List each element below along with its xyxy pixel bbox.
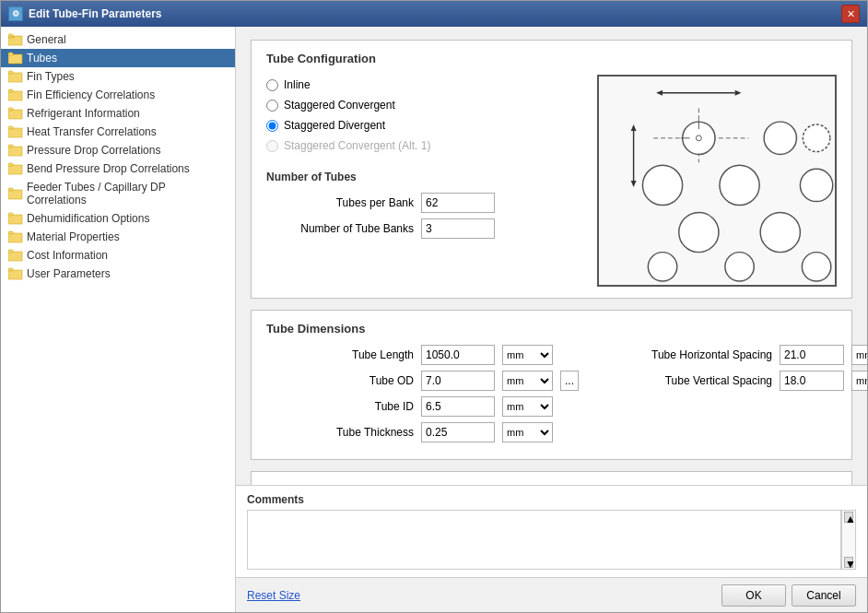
svg-point-45 (679, 212, 719, 252)
radio-staggered-convergent-alt-input (266, 140, 278, 152)
tube-config-row: Inline Staggered Convergent Staggered Di… (266, 75, 837, 287)
svg-rect-25 (8, 270, 22, 279)
tube-h-spacing-unit[interactable]: mmincm (851, 345, 867, 365)
ok-button[interactable]: OK (721, 584, 786, 607)
scroll-down-button[interactable]: ▼ (844, 557, 853, 568)
number-of-tube-banks-label: Number of Tube Banks (266, 222, 414, 235)
title-bar-left: ⚙ Edit Tube-Fin Parameters (8, 6, 161, 21)
tube-od-input[interactable] (421, 371, 495, 391)
tube-dimensions-title: Tube Dimensions (266, 322, 837, 336)
main-window: ⚙ Edit Tube-Fin Parameters ✕ General (0, 0, 868, 613)
tubes-per-bank-label: Tubes per Bank (266, 196, 414, 209)
svg-rect-20 (8, 213, 13, 216)
folder-icon (8, 249, 23, 262)
tubes-per-bank-input-row: Tubes per Bank (266, 193, 582, 213)
folder-icon (8, 144, 23, 157)
sidebar-label-user-params: User Parameters (27, 267, 111, 280)
tube-thickness-input[interactable] (421, 422, 495, 442)
svg-point-43 (720, 165, 759, 205)
tube-id-input[interactable] (421, 396, 495, 417)
svg-rect-4 (8, 53, 13, 55)
tube-dims-right: Tube Horizontal Spacing mmincm Tube Vert… (606, 345, 867, 448)
tube-id-unit[interactable]: mmincm (502, 396, 553, 417)
svg-point-48 (725, 253, 754, 281)
comments-section: Comments ▲ ▼ (236, 485, 867, 577)
radio-inline[interactable]: Inline (266, 78, 582, 91)
svg-rect-2 (8, 34, 13, 37)
tube-v-spacing-unit[interactable]: mmincm (851, 371, 867, 391)
reset-size-link[interactable]: Reset Size (247, 589, 300, 602)
tube-dims-row: Tube Length mmincm Tube OD (266, 345, 837, 448)
svg-point-41 (803, 124, 829, 151)
svg-point-42 (642, 165, 682, 205)
sidebar-item-general[interactable]: General (1, 30, 235, 49)
radio-staggered-divergent-input[interactable] (266, 120, 278, 132)
bottom-bar: Reset Size OK Cancel (236, 577, 867, 612)
svg-rect-19 (8, 215, 22, 224)
sidebar-label-dehumidification: Dehumidification Options (27, 212, 149, 225)
dialog-buttons: OK Cancel (721, 584, 856, 607)
sidebar-item-material[interactable]: Material Properties (1, 228, 235, 246)
sidebar-label-heat-transfer: Heat Transfer Correlations (27, 125, 157, 138)
sidebar-item-feeder-tubes[interactable]: Feeder Tubes / Capillary DP Correlations (1, 178, 235, 209)
tubes-per-bank-row: Tubes per Bank Number of Tube Banks (266, 193, 582, 239)
folder-icon (8, 212, 23, 225)
sidebar-item-refrigerant[interactable]: Refrigerant Information (1, 104, 235, 123)
tube-thickness-unit[interactable]: mmincm (502, 422, 553, 442)
sidebar-item-tubes[interactable]: Tubes (1, 49, 235, 67)
sidebar-item-dehumidification[interactable]: Dehumidification Options (1, 209, 235, 228)
radio-staggered-divergent[interactable]: Staggered Divergent (266, 119, 582, 132)
svg-rect-14 (8, 145, 13, 147)
radio-staggered-convergent[interactable]: Staggered Convergent (266, 99, 582, 112)
tube-id-label: Tube ID (266, 400, 414, 413)
tube-length-unit[interactable]: mmincm (502, 345, 553, 365)
number-of-tube-banks-input[interactable] (421, 218, 495, 239)
tube-v-spacing-input[interactable] (780, 371, 844, 391)
folder-icon (8, 70, 23, 83)
folder-icon-open (8, 52, 23, 65)
sidebar-item-heat-transfer[interactable]: Heat Transfer Correlations (1, 123, 235, 141)
comments-scrollbar[interactable]: ▲ ▼ (841, 510, 856, 570)
tube-od-ellipsis-button[interactable]: ... (560, 371, 579, 391)
title-bar: ⚙ Edit Tube-Fin Parameters ✕ (1, 1, 867, 27)
tube-config-title: Tube Configuration (266, 52, 837, 65)
sidebar-label-pressure-drop: Pressure Drop Correlations (27, 144, 160, 157)
tube-od-unit[interactable]: mmincm (502, 371, 553, 391)
tube-config-diagram (597, 75, 837, 287)
comments-textarea[interactable] (247, 510, 841, 570)
radio-inline-label: Inline (284, 78, 311, 91)
folder-icon (8, 187, 23, 200)
sidebar-label-tubes: Tubes (27, 52, 57, 65)
folder-icon (8, 162, 23, 175)
tubes-per-bank-input[interactable] (421, 193, 495, 213)
folder-icon (8, 33, 23, 46)
svg-point-47 (648, 253, 676, 281)
tab-content: Tube Configuration Inline Staggered (236, 27, 867, 485)
tube-h-spacing-row: Tube Horizontal Spacing mmincm (606, 345, 867, 365)
close-button[interactable]: ✕ (841, 5, 860, 23)
sidebar-item-fin-efficiency[interactable]: Fin Efficiency Correlations (1, 86, 235, 104)
tube-length-input[interactable] (421, 345, 495, 365)
sidebar-item-cost[interactable]: Cost Information (1, 246, 235, 265)
tube-thickness-row: Tube Thickness mmincm (266, 422, 579, 442)
radio-inline-input[interactable] (266, 79, 278, 91)
sidebar-label-cost: Cost Information (27, 249, 108, 262)
svg-rect-13 (8, 147, 22, 156)
tube-h-spacing-input[interactable] (780, 345, 844, 365)
tube-dims-left: Tube Length mmincm Tube OD (266, 345, 579, 448)
svg-rect-3 (8, 54, 22, 64)
comments-textarea-wrapper: ▲ ▼ (247, 510, 856, 570)
radio-staggered-convergent-input[interactable] (266, 100, 278, 112)
folder-icon (8, 107, 23, 120)
sidebar-item-fin-types[interactable]: Fin Types (1, 67, 235, 86)
sidebar-item-pressure-drop[interactable]: Pressure Drop Correlations (1, 141, 235, 159)
svg-rect-26 (8, 268, 13, 271)
tube-dimensions-section: Tube Dimensions Tube Length mmincm (251, 310, 852, 460)
sidebar-item-user-params[interactable]: User Parameters (1, 265, 235, 283)
scroll-up-button[interactable]: ▲ (844, 512, 853, 523)
folder-icon (8, 267, 23, 280)
right-panel: Tube Configuration Inline Staggered (236, 27, 867, 612)
radio-staggered-divergent-label: Staggered Divergent (284, 119, 385, 132)
cancel-button[interactable]: Cancel (792, 584, 856, 607)
sidebar-item-bend-pressure[interactable]: Bend Pressure Drop Correlations (1, 159, 235, 178)
